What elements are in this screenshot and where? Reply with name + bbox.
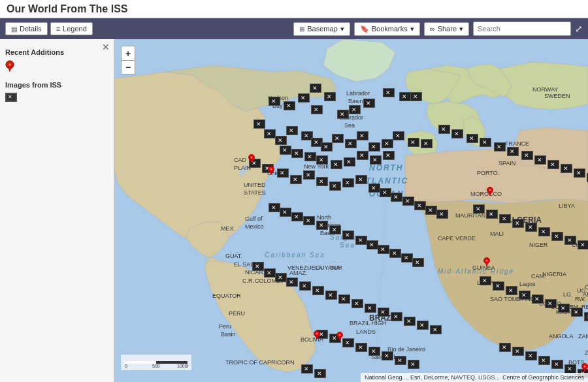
photo-marker[interactable] bbox=[370, 155, 382, 165]
photo-marker[interactable] bbox=[391, 312, 402, 321]
photo-marker[interactable] bbox=[378, 308, 389, 317]
photo-marker[interactable] bbox=[383, 88, 395, 97]
photo-marker[interactable] bbox=[338, 294, 350, 304]
photo-marker[interactable] bbox=[363, 99, 375, 108]
basemap-button[interactable]: ⊞ Basemap ▾ bbox=[293, 22, 350, 36]
photo-marker[interactable] bbox=[558, 304, 570, 313]
photo-marker[interactable] bbox=[494, 142, 506, 151]
bookmarks-button[interactable]: 🔖 Bookmarks ▾ bbox=[354, 22, 420, 36]
photo-marker[interactable] bbox=[545, 299, 557, 308]
photo-marker[interactable] bbox=[436, 210, 448, 219]
photo-marker[interactable] bbox=[286, 126, 298, 135]
photo-marker[interactable] bbox=[564, 364, 576, 374]
photo-marker[interactable] bbox=[532, 294, 544, 304]
photo-marker[interactable] bbox=[499, 343, 511, 352]
photo-marker[interactable] bbox=[551, 360, 563, 369]
photo-marker[interactable] bbox=[493, 281, 504, 291]
photo-marker[interactable] bbox=[355, 236, 367, 245]
photo-marker[interactable] bbox=[355, 343, 367, 352]
pin-marker[interactable] bbox=[483, 257, 490, 266]
photo-marker[interactable] bbox=[480, 276, 491, 285]
photo-marker[interactable] bbox=[284, 101, 295, 110]
photo-marker[interactable] bbox=[417, 321, 429, 330]
pin-marker[interactable] bbox=[314, 330, 320, 340]
photo-marker[interactable] bbox=[269, 203, 280, 212]
photo-marker[interactable] bbox=[321, 142, 333, 151]
photo-marker[interactable] bbox=[466, 134, 478, 143]
photo-marker[interactable] bbox=[368, 183, 380, 193]
photo-marker[interactable] bbox=[310, 84, 321, 93]
photo-marker[interactable] bbox=[571, 308, 583, 317]
photo-marker[interactable] bbox=[357, 131, 368, 140]
pin-marker[interactable] bbox=[581, 363, 588, 372]
photo-marker[interactable] bbox=[564, 236, 576, 245]
photo-marker[interactable] bbox=[408, 360, 419, 369]
photo-marker[interactable] bbox=[401, 253, 413, 263]
photo-marker[interactable] bbox=[357, 151, 368, 160]
photo-marker[interactable] bbox=[519, 291, 531, 300]
photo-marker[interactable] bbox=[521, 151, 533, 160]
photo-marker[interactable] bbox=[269, 97, 280, 106]
photo-marker[interactable] bbox=[383, 151, 395, 160]
photo-marker[interactable] bbox=[378, 245, 389, 254]
photo-marker[interactable] bbox=[303, 170, 315, 180]
photo-marker[interactable] bbox=[380, 188, 391, 197]
photo-marker[interactable] bbox=[280, 208, 291, 217]
photo-marker[interactable] bbox=[337, 110, 349, 119]
photo-marker[interactable] bbox=[332, 134, 344, 143]
photo-marker[interactable] bbox=[395, 356, 406, 365]
photo-marker[interactable] bbox=[430, 325, 442, 334]
photo-marker[interactable] bbox=[252, 262, 264, 271]
photo-marker[interactable] bbox=[304, 152, 316, 161]
map-container[interactable]: NORTHATLANTICOCEANHudsonBayLabradorBasin… bbox=[114, 39, 588, 382]
photo-marker[interactable] bbox=[316, 155, 328, 165]
photo-marker[interactable] bbox=[525, 351, 537, 360]
photo-marker[interactable] bbox=[367, 240, 378, 249]
photo-marker[interactable] bbox=[301, 364, 313, 374]
photo-marker[interactable] bbox=[507, 147, 519, 156]
photo-marker[interactable] bbox=[275, 273, 287, 282]
photo-marker[interactable] bbox=[499, 214, 511, 223]
photo-marker[interactable] bbox=[342, 231, 354, 240]
photo-marker[interactable] bbox=[312, 286, 324, 295]
photo-marker[interactable] bbox=[578, 240, 588, 249]
photo-marker[interactable] bbox=[382, 351, 393, 360]
pin-marker[interactable] bbox=[248, 154, 255, 163]
photo-marker[interactable] bbox=[355, 175, 367, 184]
photo-marker[interactable] bbox=[391, 193, 402, 202]
photo-marker[interactable] bbox=[253, 119, 265, 129]
photo-marker[interactable] bbox=[525, 223, 537, 232]
photo-marker[interactable] bbox=[402, 197, 414, 206]
photo-marker[interactable] bbox=[561, 164, 572, 173]
photo-marker[interactable] bbox=[331, 160, 342, 169]
photo-marker[interactable] bbox=[538, 227, 550, 236]
photo-marker[interactable] bbox=[316, 177, 328, 186]
photo-marker[interactable] bbox=[551, 232, 563, 241]
photo-marker[interactable] bbox=[316, 221, 328, 230]
photo-marker[interactable] bbox=[412, 258, 424, 267]
photo-marker[interactable] bbox=[264, 129, 276, 138]
photo-marker[interactable] bbox=[329, 182, 341, 191]
photo-marker[interactable] bbox=[299, 281, 311, 291]
photo-marker[interactable] bbox=[349, 105, 361, 114]
photo-marker[interactable] bbox=[421, 139, 433, 148]
zoom-in-button[interactable]: + bbox=[121, 46, 135, 60]
photo-marker[interactable] bbox=[534, 155, 546, 165]
search-input[interactable] bbox=[473, 22, 571, 36]
photo-marker[interactable] bbox=[291, 149, 303, 158]
photo-marker[interactable] bbox=[473, 204, 485, 214]
details-button[interactable]: ▤ Details bbox=[5, 22, 48, 35]
photo-marker[interactable] bbox=[303, 216, 315, 225]
photo-marker[interactable] bbox=[547, 160, 559, 169]
photo-marker[interactable] bbox=[344, 157, 355, 167]
photo-marker[interactable] bbox=[311, 105, 323, 114]
photo-marker[interactable] bbox=[408, 138, 419, 147]
photo-marker[interactable] bbox=[410, 92, 422, 101]
photo-marker[interactable] bbox=[280, 146, 291, 155]
photo-marker[interactable] bbox=[277, 168, 289, 178]
photo-marker[interactable] bbox=[314, 369, 326, 378]
photo-marker[interactable] bbox=[345, 139, 357, 148]
photo-marker[interactable] bbox=[480, 138, 491, 147]
photo-marker[interactable] bbox=[365, 304, 376, 313]
photo-marker[interactable] bbox=[399, 92, 411, 101]
